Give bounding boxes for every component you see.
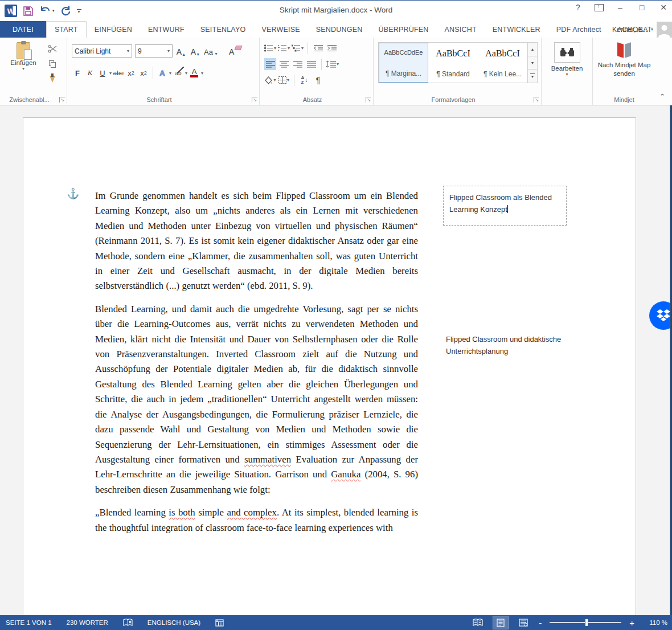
align-left-button[interactable]: [264, 58, 276, 70]
dialog-launcher-icon[interactable]: ↘: [534, 97, 539, 103]
help-button[interactable]: ?: [573, 3, 583, 12]
text-effects-button[interactable]: A: [157, 67, 168, 79]
change-case-button[interactable]: Aa ▾: [204, 45, 218, 58]
justify-icon: [307, 60, 316, 68]
styles-scroll-down-button[interactable]: ▼: [528, 56, 537, 70]
margin-note[interactable]: Flipped Classroom und didaktische Unterr…: [446, 333, 577, 357]
paragraph: Im Grunde genommen handelt es sich beim …: [95, 189, 418, 294]
paste-dropdown-arrow-icon[interactable]: ▾: [6, 66, 41, 71]
bullet-list-button[interactable]: ▾: [264, 42, 276, 54]
zoom-in-button[interactable]: +: [629, 618, 634, 628]
page-indicator[interactable]: SEITE 1 VON 1: [6, 619, 52, 626]
justify-button[interactable]: [305, 58, 317, 70]
tab-start[interactable]: START: [46, 21, 87, 38]
style-kein-leerraum[interactable]: AaBbCcI ¶ Kein Lee...: [478, 43, 527, 83]
zoom-slider[interactable]: [550, 622, 621, 623]
account-dropdown-arrow-icon[interactable]: ▾: [651, 27, 653, 32]
style-standard[interactable]: AaBbCcI ¶ Standard: [428, 43, 478, 83]
group-label: Mindjet: [593, 96, 655, 103]
print-layout-button[interactable]: [493, 616, 508, 629]
tab-entwickler[interactable]: ENTWICKLER: [485, 21, 548, 38]
show-paragraph-marks-button[interactable]: ¶: [312, 74, 324, 86]
multilevel-list-button[interactable]: ▾: [292, 42, 304, 54]
strikethrough-button[interactable]: abe: [113, 67, 124, 79]
account-area[interactable]: Kenner, A... ▾: [612, 21, 672, 38]
editing-dropdown-arrow-icon[interactable]: ▾: [543, 72, 592, 77]
clear-formatting-button[interactable]: A: [226, 45, 237, 58]
dialog-launcher-icon[interactable]: ↘: [59, 97, 65, 103]
word-count[interactable]: 230 WÖRTER: [67, 619, 108, 626]
decrease-indent-button[interactable]: [312, 42, 324, 54]
tab-sendungen[interactable]: SENDUNGEN: [308, 21, 371, 38]
maximize-button[interactable]: □: [637, 3, 647, 12]
zoom-level[interactable]: 110 %: [642, 619, 667, 626]
web-layout-button[interactable]: [516, 616, 531, 629]
zoom-out-button[interactable]: -: [539, 618, 542, 628]
style-marginalie[interactable]: AaBbCcDdEe ¶ Margina...: [379, 43, 428, 83]
align-right-button[interactable]: [292, 58, 304, 70]
tab-verweise[interactable]: VERWEISE: [253, 21, 308, 38]
ribbon-display-options-button[interactable]: [595, 4, 604, 11]
shading-button[interactable]: ▾: [264, 74, 276, 86]
numbered-list-button[interactable]: ▾: [278, 42, 290, 54]
editing-button[interactable]: Bearbeiten ▾: [543, 42, 592, 77]
misspelled-word: and complex: [227, 507, 276, 518]
web-layout-icon: [519, 619, 528, 627]
increase-indent-button[interactable]: [326, 42, 338, 54]
sort-button[interactable]: AZ↓: [298, 74, 310, 86]
align-center-button[interactable]: [278, 58, 290, 70]
window-title: Skript mit Margialien.docx - Word: [0, 6, 672, 14]
font-group: Calibri Light▾ 9▾ A▲ A▼ Aa ▾ A F K U ▾ a…: [67, 38, 260, 105]
dropbox-badge[interactable]: [649, 301, 672, 330]
misspelled-word: Ganuka: [331, 469, 360, 480]
scissors-icon: [48, 44, 57, 53]
tab-entwurf[interactable]: ENTWURF: [140, 21, 192, 38]
tab-seitenlayo[interactable]: SEITENLAYO: [192, 21, 254, 38]
highlight-button[interactable]: ab: [173, 67, 184, 79]
format-painter-button[interactable]: [47, 74, 58, 84]
proofing-status-button[interactable]: [123, 619, 133, 627]
line-spacing-button[interactable]: ▾: [326, 58, 339, 70]
send-to-mindjet-button[interactable]: Nach Mindjet Map senden: [596, 42, 653, 78]
tab--berpr-fen[interactable]: ÜBERPRÜFEN: [370, 21, 436, 38]
styles-more-button[interactable]: ▼: [528, 69, 537, 83]
grow-font-button[interactable]: A▲: [175, 45, 187, 58]
font-size-combobox[interactable]: 9▾: [135, 44, 173, 58]
editing-group: Bearbeiten ▾: [542, 38, 593, 105]
underline-dropdown-arrow-icon[interactable]: ▾: [109, 71, 112, 76]
format-painter-icon: [50, 76, 55, 83]
read-mode-button[interactable]: [470, 616, 485, 629]
font-name-combobox[interactable]: Calibri Light▾: [72, 44, 132, 58]
language-indicator[interactable]: ENGLISCH (USA): [147, 619, 200, 626]
underline-button[interactable]: U: [97, 67, 108, 79]
tab-pdf-architect[interactable]: PDF Architect: [548, 21, 609, 38]
minimize-button[interactable]: –: [615, 3, 625, 12]
dialog-launcher-icon[interactable]: ↘: [366, 97, 371, 103]
superscript-button[interactable]: x2: [138, 67, 149, 79]
bold-button[interactable]: F: [72, 67, 83, 79]
font-color-button[interactable]: A: [189, 67, 200, 79]
tab-ansicht[interactable]: ANSICHT: [437, 21, 485, 38]
zoom-slider-thumb[interactable]: [585, 619, 588, 627]
close-button[interactable]: ✕: [658, 3, 669, 12]
borders-button[interactable]: ▾: [278, 74, 290, 86]
styles-scroll-up-button[interactable]: ▲: [528, 43, 537, 56]
macro-record-button[interactable]: [215, 619, 224, 627]
text-effects-dropdown-arrow-icon[interactable]: ▾: [169, 71, 171, 76]
dialog-launcher-icon[interactable]: ↘: [252, 97, 257, 103]
document-text[interactable]: Im Grunde genommen handelt es sich beim …: [95, 189, 418, 543]
avatar[interactable]: [657, 22, 672, 38]
copy-button[interactable]: [47, 59, 58, 69]
shrink-font-button[interactable]: A▼: [190, 45, 201, 58]
tab-datei[interactable]: DATEI: [0, 21, 46, 38]
user-name[interactable]: Kenner, A...: [612, 26, 648, 34]
paste-button[interactable]: Einfügen ▾: [6, 42, 41, 71]
highlight-dropdown-arrow-icon[interactable]: ▾: [185, 71, 187, 76]
tab-einf-gen[interactable]: EINFÜGEN: [87, 21, 140, 38]
margin-note-textbox[interactable]: Flipped Classroom als Blended Learning K…: [443, 186, 567, 226]
collapse-ribbon-button[interactable]: ⌃: [659, 93, 665, 99]
font-color-dropdown-arrow-icon[interactable]: ▾: [201, 71, 203, 76]
cut-button[interactable]: [47, 43, 58, 54]
subscript-button[interactable]: x2: [125, 67, 137, 79]
italic-button[interactable]: K: [84, 67, 96, 79]
